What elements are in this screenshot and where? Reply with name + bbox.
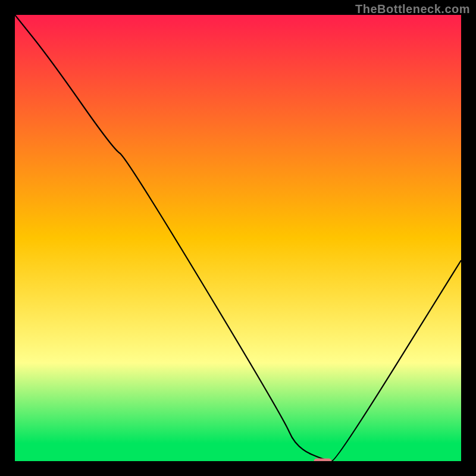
bottleneck-chart: [15, 15, 461, 461]
chart-container: TheBottleneck.com: [0, 0, 476, 476]
plot-frame: [15, 15, 461, 461]
watermark-label: TheBottleneck.com: [355, 2, 470, 16]
heat-gradient-background: [15, 15, 461, 461]
optimal-marker: [314, 459, 332, 462]
